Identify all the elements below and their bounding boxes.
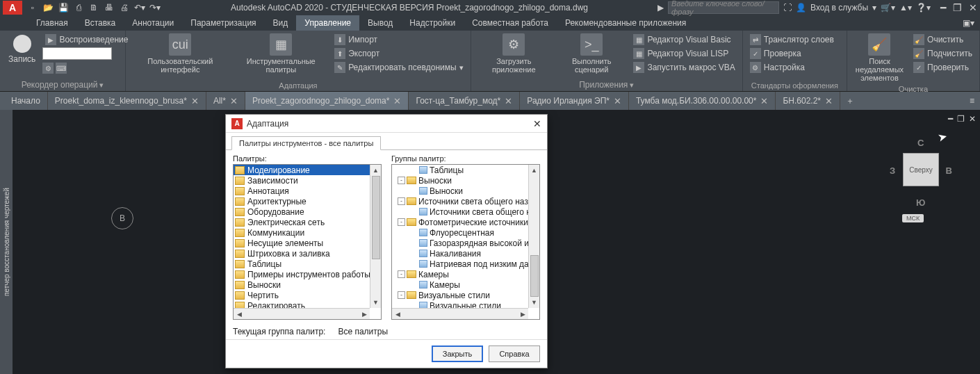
recovery-panel-tab[interactable]: петчер восстановления чертежей: [0, 110, 13, 374]
sign-in-link[interactable]: Вход в службы: [810, 3, 868, 13]
export-button[interactable]: ⬆Экспорт: [332, 47, 466, 60]
app-logo[interactable]: A: [3, 1, 22, 15]
cart-icon[interactable]: 🛒▾: [881, 3, 895, 13]
user-icon[interactable]: 👤: [796, 3, 806, 13]
tree-node[interactable]: -Выноски: [392, 175, 528, 186]
palette-item[interactable]: Моделирование: [234, 165, 370, 175]
vbe-button[interactable]: ▦Редактор Visual Basic: [630, 33, 737, 46]
ribbon-tab-insert[interactable]: Вставка: [76, 15, 124, 31]
check-button[interactable]: ✓Проверка: [747, 47, 837, 60]
palette-item[interactable]: Выноски: [234, 279, 370, 290]
configure-button[interactable]: ⚙Настройка: [747, 61, 837, 74]
vlisp-button[interactable]: ▦Редактор Visual LISP: [630, 47, 737, 60]
tab-overflow-button[interactable]: ≡: [964, 92, 980, 110]
viewcube-west[interactable]: З: [890, 165, 895, 176]
a360-icon[interactable]: ▲▾: [899, 3, 912, 13]
save-icon[interactable]: 💾: [57, 1, 70, 14]
saveas-icon[interactable]: ⎙: [72, 1, 85, 14]
load-app-button[interactable]: ⚙Загрузить приложение: [475, 32, 553, 75]
document-tab[interactable]: Гост-ца_Тамбур_мод*✕: [409, 92, 520, 110]
tree-node[interactable]: -Фотометрические источники св: [392, 217, 528, 227]
tree-node[interactable]: Камеры: [392, 279, 528, 290]
print-icon[interactable]: 🖨: [118, 1, 131, 14]
undo-icon[interactable]: ↶▾: [133, 1, 146, 14]
tree-node[interactable]: Накаливания: [392, 248, 528, 259]
run-script-button[interactable]: >_Выполнить сценарий: [555, 32, 628, 75]
app-exchange-icon[interactable]: ⛶: [783, 3, 792, 13]
doc-close-button[interactable]: ✕: [969, 114, 976, 124]
palettes-vscroll[interactable]: ▲▼: [370, 165, 381, 308]
chevron-down-icon[interactable]: ▾: [872, 3, 876, 13]
ribbon-tab-main[interactable]: Главная: [28, 15, 76, 31]
audit-button[interactable]: ✓Проверить: [910, 61, 975, 74]
groups-hscroll[interactable]: ◀▶: [392, 308, 528, 319]
document-tab[interactable]: БН.602.2*✕: [776, 92, 840, 110]
tab-close-icon[interactable]: ✕: [760, 96, 768, 106]
dialog-tab-palettes[interactable]: Палитры инструментов - все палитры: [231, 136, 381, 150]
palette-item[interactable]: Редактировать: [234, 300, 370, 308]
tree-node[interactable]: -Визуальные стили: [392, 290, 528, 300]
tree-node[interactable]: Визуальные стили: [392, 300, 528, 308]
ribbon-tab-view[interactable]: Вид: [265, 15, 297, 31]
new-icon[interactable]: ▫: [26, 1, 39, 14]
tree-node[interactable]: Источники света общего наз: [392, 206, 528, 217]
open-icon[interactable]: 📂: [42, 1, 54, 14]
tree-expander-icon[interactable]: -: [398, 291, 405, 299]
palette-item[interactable]: Штриховка и заливка: [234, 248, 370, 259]
scroll-up-icon[interactable]: ▲: [529, 165, 539, 176]
plot-icon[interactable]: 🖶: [103, 1, 115, 14]
help-icon[interactable]: ❔▾: [916, 3, 931, 13]
scroll-right-icon[interactable]: ▶: [517, 309, 528, 319]
new-tab-button[interactable]: ＋: [840, 92, 860, 110]
tree-expander-icon[interactable]: -: [398, 218, 405, 226]
purge-button[interactable]: 🧹Очистить: [910, 33, 975, 46]
cui-button[interactable]: cuiПользовательский интерфейс: [130, 32, 230, 75]
document-tab[interactable]: Радио Ирландия ЭП*✕: [520, 92, 629, 110]
tab-close-icon[interactable]: ✕: [614, 96, 621, 106]
alias-button[interactable]: ✎Редактировать псевдонимы ▾: [332, 61, 466, 74]
palettes-listbox[interactable]: МоделированиеЗависимостиАннотацияАрхитек…: [233, 164, 382, 320]
palette-item[interactable]: Чертить: [234, 290, 370, 300]
scroll-down-icon[interactable]: ▼: [370, 297, 381, 308]
video-icon[interactable]: ▣▾: [963, 18, 974, 28]
search-arrow-icon[interactable]: ▶: [658, 3, 664, 13]
ribbon-tab-manage[interactable]: Управление: [296, 15, 359, 31]
ribbon-tab-collab[interactable]: Совместная работа: [464, 15, 557, 31]
document-tab[interactable]: All*✕: [206, 92, 245, 110]
macro-button[interactable]: ▶Запустить макрос VBA: [630, 61, 737, 74]
palette-item[interactable]: Несущие элементы: [234, 238, 370, 248]
tree-node[interactable]: Натриевая под низким давле: [392, 259, 528, 269]
viewcube-north[interactable]: С: [917, 138, 924, 148]
scroll-up-icon[interactable]: ▲: [370, 165, 381, 176]
ribbon-tab-annotate[interactable]: Аннотации: [124, 15, 182, 31]
viewcube-south[interactable]: Ю: [916, 197, 925, 208]
tree-node[interactable]: -Источники света общего назнач: [392, 196, 528, 206]
close-button[interactable]: Закрыть: [432, 345, 483, 362]
tree-node[interactable]: Выноски: [392, 186, 528, 196]
groups-treebox[interactable]: Таблицы-ВыноскиВыноски-Источники света о…: [391, 164, 540, 320]
layer-translate-button[interactable]: ⇄Транслятор слоев: [747, 33, 837, 46]
subpurge-button[interactable]: 🧹Подчистить: [910, 47, 975, 60]
ribbon-tab-featured[interactable]: Рекомендованные приложения: [557, 15, 694, 31]
scroll-down-icon[interactable]: ▼: [529, 297, 539, 308]
doc-minimize-button[interactable]: ━: [948, 114, 953, 124]
viewcube-top-face[interactable]: Сверху: [903, 153, 939, 186]
help-button[interactable]: Справка: [489, 345, 540, 362]
tree-expander-icon[interactable]: -: [398, 270, 405, 278]
palettes-hscroll[interactable]: ◀▶: [234, 308, 370, 319]
find-unremovable-button[interactable]: 🧹Поиск неудаляемых элементов: [851, 32, 908, 83]
tab-close-icon[interactable]: ✕: [191, 96, 199, 106]
macro-opt2-icon[interactable]: ⌨: [56, 63, 67, 74]
macro-combo[interactable]: [42, 47, 112, 60]
dialog-close-button[interactable]: ✕: [533, 118, 541, 129]
scroll-left-icon[interactable]: ◀: [392, 309, 403, 319]
document-tab[interactable]: Proekt_zagorodnogo_zhilogo_doma*✕: [245, 92, 409, 110]
palette-item[interactable]: Архитектурные: [234, 196, 370, 206]
palette-item[interactable]: Зависимости: [234, 175, 370, 186]
restore-button[interactable]: ❐: [953, 2, 962, 13]
import-button[interactable]: ⬇Импорт: [332, 33, 466, 46]
ribbon-tab-addins[interactable]: Надстройки: [401, 15, 464, 31]
play-button[interactable]: ▶Воспроизведение: [42, 33, 131, 46]
close-button[interactable]: ✕: [969, 2, 977, 13]
saveall-icon[interactable]: 🗎: [88, 1, 100, 14]
